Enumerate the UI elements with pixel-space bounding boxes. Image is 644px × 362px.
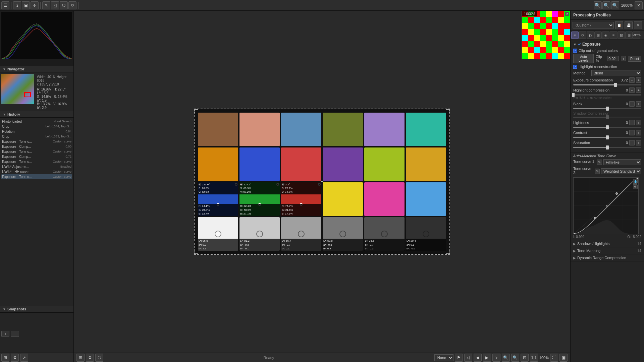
toolbar-btn-transform[interactable]: ⬡: [60, 1, 68, 9]
toolbar-btn-info[interactable]: ℹ: [13, 1, 21, 9]
pp-tab-meta[interactable]: ≡: [610, 32, 617, 39]
hc-plus[interactable]: +: [636, 87, 641, 93]
lightness-plus[interactable]: +: [636, 120, 641, 125]
history-item-photo-loaded[interactable]: Photo loaded (Last Saved): [1, 119, 72, 124]
tc-reset-curve[interactable]: ↺: [633, 184, 638, 189]
history-item-rotation[interactable]: Rotation 0.84: [1, 129, 72, 134]
none-select[interactable]: None: [434, 354, 453, 361]
pp-tab-lab[interactable]: ⊞: [594, 32, 602, 39]
exposure-checkbox[interactable]: ✔: [578, 42, 581, 47]
pp-tab-color[interactable]: ◐: [587, 32, 594, 39]
pp-tab-transform[interactable]: ⊞: [625, 32, 633, 39]
tone-mapping-item[interactable]: ▶ Tone Mapping 14: [571, 247, 644, 254]
left-toolbar-btn1[interactable]: ⊞: [1, 354, 9, 362]
pp-btn2[interactable]: 💾: [625, 21, 633, 29]
pp-tab-detail[interactable]: ⟳: [579, 32, 586, 39]
pp-tab-exposure[interactable]: ☀: [571, 32, 579, 39]
history-item-exp-comp2[interactable]: Exposure - Comp... 0.72: [1, 154, 72, 159]
toolbar-btn-edit[interactable]: ✎: [42, 1, 50, 9]
tc2-type-select[interactable]: Weighted Standard Standard: [601, 168, 641, 174]
lightness-minus[interactable]: −: [629, 120, 635, 125]
left-toolbar-btn3[interactable]: ↗: [20, 354, 28, 362]
toolbar-btn-1[interactable]: ☰: [1, 1, 9, 9]
toolbar-btn-select[interactable]: ✛: [31, 1, 39, 9]
contrast-minus[interactable]: −: [629, 130, 635, 135]
history-item-exp-tone3[interactable]: Exposure - Tone c... Custom curve: [1, 159, 72, 164]
arrow-right-btn[interactable]: ▷: [492, 354, 500, 362]
handle-vdgray[interactable]: [381, 231, 388, 237]
pp-tab-meta2[interactable]: META: [633, 32, 640, 39]
auto-levels-btn[interactable]: Auto Levels: [573, 54, 594, 63]
prev-btn[interactable]: ◀: [474, 354, 482, 362]
highlight-comp-slider[interactable]: [573, 94, 641, 96]
left-toolbar-btn2[interactable]: ⚙: [11, 354, 19, 362]
contrast-slider[interactable]: [573, 137, 641, 138]
flag-btn[interactable]: ⚑: [455, 354, 463, 362]
history-item-exp-tone2[interactable]: Exposure - Tone c... Custom curve: [1, 149, 72, 154]
zoom-plus[interactable]: 🔍: [602, 1, 610, 9]
pp-tab-local[interactable]: ◈: [602, 32, 609, 39]
fullscreen-btn[interactable]: ⛶: [550, 354, 558, 362]
tc2-pencil[interactable]: ✎: [595, 169, 600, 174]
remove-snapshot-btn[interactable]: −: [11, 331, 19, 337]
pp-tab-raw[interactable]: ⊟: [618, 32, 625, 39]
handle-mgray[interactable]: [298, 231, 305, 237]
zoom-100-btn[interactable]: 1:1: [530, 354, 538, 362]
snapshots-header[interactable]: ▼ Snapshots: [0, 306, 73, 312]
close-preview[interactable]: ✕: [635, 1, 643, 9]
toolbar-btn-crop[interactable]: ◱: [51, 1, 59, 9]
history-header[interactable]: ▼ History: [0, 111, 73, 118]
toolbar-btn-view[interactable]: ▣: [22, 1, 30, 9]
tc-eyedropper[interactable]: 💧: [633, 179, 638, 184]
reset-btn[interactable]: Reset: [628, 56, 641, 62]
method-select[interactable]: Blend Color Luminance: [591, 70, 641, 76]
contrast-plus[interactable]: +: [636, 130, 641, 135]
clip-gamut-checkbox[interactable]: ✓: [573, 49, 577, 53]
exp-comp-minus[interactable]: −: [629, 77, 635, 83]
pp-btn1[interactable]: 📋: [615, 21, 623, 29]
clip-plus-btn[interactable]: +: [621, 56, 626, 61]
zoom-in-btn[interactable]: 🔍: [511, 354, 519, 362]
zoom-out-btn[interactable]: 🔍: [502, 354, 510, 362]
arrow-left-btn[interactable]: ◁: [464, 354, 472, 362]
history-item-crop1[interactable]: Crop Left=1344, Top=3...: [1, 124, 72, 129]
black-minus[interactable]: −: [629, 101, 635, 107]
exposure-header[interactable]: ▼ ✔ Exposure: [573, 42, 641, 47]
handle-white[interactable]: [215, 231, 221, 237]
saturation-minus[interactable]: −: [629, 140, 635, 145]
zoom-fit-btn[interactable]: ⊡: [521, 354, 529, 362]
image-viewport[interactable]: R: 14.1%G: 24.3%B: 62.7% H: 226.6°S: 78.…: [74, 11, 570, 353]
zoom-100[interactable]: 🔍: [611, 1, 619, 9]
toolbar-btn-rotate[interactable]: ↺: [68, 1, 76, 9]
black-slider[interactable]: [573, 108, 641, 109]
history-item-exp-comp1[interactable]: Exposure - Comp... 0.00: [1, 144, 72, 149]
preview-close-btn[interactable]: ✕: [565, 12, 569, 16]
shadows-highlights-item[interactable]: ▶ Shadows/Highlights 14: [571, 240, 644, 247]
view-btn[interactable]: ▣: [559, 354, 568, 362]
tone-curve-canvas[interactable]: 💧 ↺: [573, 177, 639, 234]
clip-value-input[interactable]: [607, 56, 619, 61]
history-item-crop2[interactable]: Crop Left=1333, Top=3...: [1, 134, 72, 139]
exp-comp-slider[interactable]: [573, 84, 641, 85]
center-btn1[interactable]: ⊞: [76, 354, 85, 362]
history-item-lab-hh[interactable]: L*a*b* - HH curve Custom curve: [1, 169, 72, 174]
navigator-header[interactable]: ▼ Navigator: [0, 66, 73, 72]
profile-select[interactable]: (Custom): [573, 22, 614, 28]
center-btn2[interactable]: ⚙: [86, 354, 94, 362]
history-item-exp-tone1[interactable]: Exposure - Tone c... Custom curve: [1, 139, 72, 144]
lightness-slider[interactable]: [573, 127, 641, 128]
tc1-pencil[interactable]: ✎: [597, 160, 602, 165]
drc-item[interactable]: ▶ Dynamic Range Compression: [571, 254, 644, 261]
handle-lgray1[interactable]: [256, 231, 263, 237]
tc1-type-select[interactable]: Film-like Standard: [603, 159, 641, 165]
zoom-minus[interactable]: 🔍: [594, 1, 602, 9]
next-btn[interactable]: ▶: [483, 354, 491, 362]
handle-dgray[interactable]: [339, 231, 346, 237]
center-btn3[interactable]: ⬡: [95, 354, 103, 362]
pp-btn3[interactable]: ✕: [634, 21, 642, 29]
exp-comp-plus[interactable]: +: [636, 77, 641, 83]
highlight-recon-checkbox[interactable]: ✓: [573, 65, 577, 69]
hc-minus[interactable]: −: [629, 87, 635, 93]
saturation-plus[interactable]: +: [636, 140, 641, 145]
add-snapshot-btn[interactable]: +: [1, 331, 9, 337]
